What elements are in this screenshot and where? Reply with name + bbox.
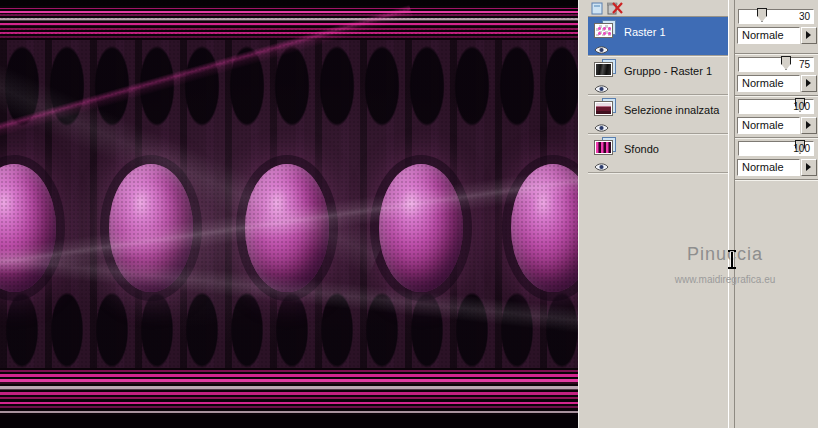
blend-mode-dropdown-button[interactable] [801,75,817,92]
opacity-slider[interactable]: 100 [738,141,814,156]
layer-properties: 100 Normale [735,138,818,180]
layer-name: Raster 1 [624,26,666,38]
layer-thumbnail [596,103,611,114]
artwork-bottom-border [0,415,578,428]
opacity-value: 30 [799,11,810,22]
layer-properties: 30 Normale [735,0,818,54]
layer-row-sfondo[interactable]: Sfondo [588,134,728,173]
layer-page-front [594,62,613,77]
layer-row-selezione-innalzata[interactable]: Selezione innalzata [588,95,728,134]
dropdown-arrow-icon [806,121,811,129]
layer-row-raster1[interactable]: Raster 1 [588,17,728,56]
blend-mode-row: Normale [737,75,815,92]
opacity-slider-handle[interactable] [781,56,791,70]
layer-name: Selezione innalzata [624,104,719,116]
layers-list: Raster 1 Gruppo - Raster 1 [588,0,728,428]
opacity-slider-row: 30 [738,8,815,24]
palette-splitter[interactable] [728,0,735,428]
layer-thumbnail-icon [593,59,619,77]
layers-palette: Raster 1 Gruppo - Raster 1 [588,0,818,428]
layer-thumbnail-icon [593,137,619,155]
image-canvas[interactable] [0,0,578,428]
layer-thumbnail-icon [593,98,619,116]
layer-page-front [594,101,613,116]
opacity-slider-handle[interactable] [757,8,767,22]
opacity-value: 75 [799,59,810,70]
blend-mode-select[interactable]: Normale [737,75,800,92]
layer-page-front [594,23,613,38]
dropdown-arrow-icon [806,163,811,171]
blend-mode-row: Normale [737,159,815,176]
opacity-slider-row: 75 [738,56,815,72]
opacity-slider[interactable]: 75 [738,57,814,72]
mouse-cursor-icon [725,250,739,270]
layer-name: Gruppo - Raster 1 [624,65,712,77]
app-window: Raster 1 Gruppo - Raster 1 [0,0,818,428]
layer-thumbnail-icon [593,20,619,38]
blend-mode-dropdown-button[interactable] [801,159,817,176]
opacity-slider[interactable]: 100 [738,99,814,114]
blend-mode-row: Normale [737,117,815,134]
opacity-value: 100 [793,143,810,154]
layer-properties-column: 30 Normale 75 Normale [735,0,818,428]
opacity-slider[interactable]: 30 [738,9,814,24]
layer-row-gruppo-raster1[interactable]: Gruppo - Raster 1 [588,56,728,95]
artwork-dot-texture [0,0,578,428]
visibility-eye-icon[interactable] [594,80,609,90]
blend-mode-select[interactable]: Normale [737,159,800,176]
visibility-eye-icon[interactable] [594,119,609,129]
opacity-slider-row: 100 [738,140,815,156]
dropdown-arrow-icon [806,79,811,87]
blend-mode-select[interactable]: Normale [737,117,800,134]
blend-mode-dropdown-button[interactable] [801,27,817,44]
layer-thumbnail [596,64,611,75]
blend-mode-select[interactable]: Normale [737,27,800,44]
opacity-value: 100 [793,101,810,112]
layer-properties: 100 Normale [735,96,818,138]
dropdown-arrow-icon [806,31,811,39]
layer-thumbnail [596,25,611,36]
visibility-eye-icon[interactable] [594,41,609,51]
layer-page-front [594,140,613,155]
blend-mode-row: Normale [737,27,815,44]
opacity-slider-row: 100 [738,98,815,114]
artwork-bottom-stripes [0,368,578,415]
layers-toolbar [588,0,728,17]
blend-mode-dropdown-button[interactable] [801,117,817,134]
layer-thumbnail [596,142,611,153]
layer-name: Sfondo [624,143,659,155]
layer-properties: 75 Normale [735,54,818,96]
visibility-eye-icon[interactable] [594,158,609,168]
